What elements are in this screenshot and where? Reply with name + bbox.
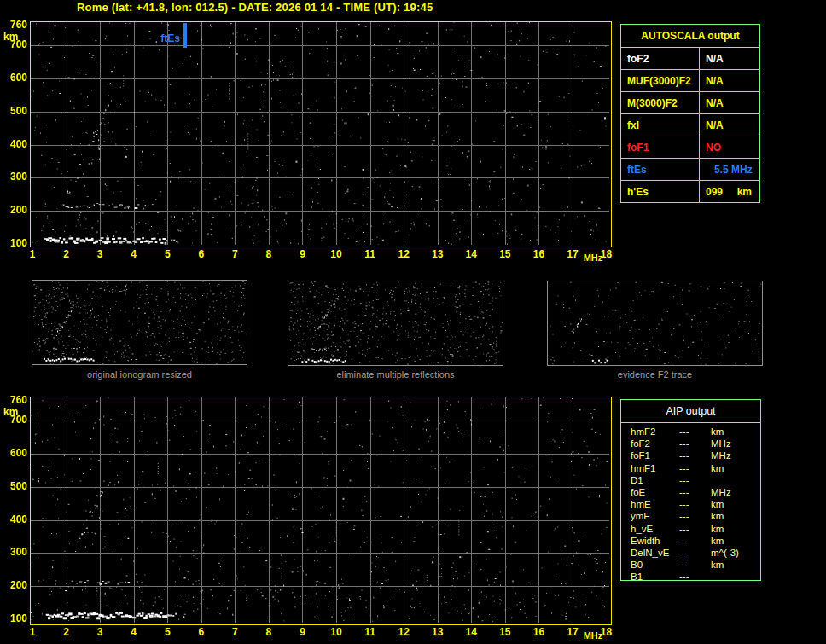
aip-table-row: ymE---km bbox=[631, 510, 760, 522]
thumbnail-label-eliminate: eliminate multiple reflections bbox=[288, 369, 503, 380]
parameter-value: N/A bbox=[700, 92, 759, 113]
x-tick-label: 9 bbox=[293, 627, 311, 637]
x-tick-label: 11 bbox=[361, 249, 380, 259]
x-tick-label: 14 bbox=[462, 627, 480, 637]
x-tick-label: 7 bbox=[225, 249, 244, 259]
aip-table-row: B0---km bbox=[631, 559, 760, 571]
aip-unit: MHz bbox=[711, 438, 760, 450]
x-tick-label: 12 bbox=[394, 249, 413, 259]
aip-value: --- bbox=[679, 462, 711, 474]
x-tick-label: 2 bbox=[57, 627, 76, 637]
parameter-name: fxI bbox=[621, 114, 700, 136]
x-axis-unit-label: MHz bbox=[581, 631, 605, 641]
parameter-value: N/A bbox=[700, 114, 759, 136]
aip-label: ymE bbox=[631, 510, 679, 522]
x-tick-label: 17 bbox=[563, 249, 582, 259]
x-axis-unit-label: MHz bbox=[581, 253, 605, 263]
autoscala-window: Rome (lat: +41.8, lon: 012.5) - DATE: 20… bbox=[0, 0, 826, 644]
aip-unit: km bbox=[711, 510, 760, 522]
x-tick-label: 17 bbox=[563, 627, 582, 637]
autoscala-output-table: AUTOSCALA output foF2N/AMUF(3000)F2N/AM(… bbox=[620, 24, 760, 203]
aip-label: foE bbox=[631, 486, 679, 498]
x-tick-label: 3 bbox=[90, 249, 109, 259]
parameter-value: N/A bbox=[700, 48, 759, 69]
thumbnail-canvas-evidence bbox=[548, 281, 762, 365]
y-axis-unit-label: km bbox=[3, 407, 29, 417]
autoscala-table-row: foF1NO bbox=[621, 136, 759, 159]
aip-value: --- bbox=[679, 474, 711, 486]
parameter-value: NO bbox=[700, 136, 759, 158]
aip-value: --- bbox=[679, 486, 711, 498]
parameter-value: 099 km bbox=[700, 181, 759, 202]
x-tick-label: 8 bbox=[259, 249, 278, 259]
aip-label: B1 bbox=[631, 571, 679, 583]
thumbnail-canvas-eliminate bbox=[288, 281, 503, 365]
y-tick-label: 760 bbox=[0, 20, 27, 30]
y-tick-label: 200 bbox=[0, 205, 27, 215]
autoscala-table-row: MUF(3000)F2N/A bbox=[621, 70, 759, 92]
aip-label: D1 bbox=[631, 474, 679, 486]
aip-label: foF1 bbox=[631, 450, 679, 461]
y-axis-unit-label: km bbox=[3, 32, 29, 42]
x-tick-label: 13 bbox=[428, 249, 447, 259]
aip-value: --- bbox=[679, 547, 711, 559]
ftes-marker-line bbox=[183, 23, 187, 48]
x-tick-label: 15 bbox=[496, 249, 515, 259]
aip-value: --- bbox=[679, 535, 711, 547]
aip-label: foF2 bbox=[631, 438, 679, 450]
x-tick-label: 3 bbox=[90, 627, 109, 637]
x-tick-label: 1 bbox=[23, 249, 42, 259]
y-tick-label: 100 bbox=[0, 613, 27, 624]
parameter-name: M(3000)F2 bbox=[621, 92, 700, 113]
y-tick-label: 300 bbox=[0, 547, 27, 557]
ionogram-plot-aip bbox=[30, 397, 612, 625]
x-tick-label: 15 bbox=[496, 627, 515, 637]
x-tick-label: 5 bbox=[158, 627, 177, 637]
y-tick-label: 600 bbox=[0, 73, 27, 83]
x-tick-label: 10 bbox=[327, 249, 346, 259]
aip-label: h_vE bbox=[631, 523, 679, 535]
x-tick-label: 16 bbox=[529, 627, 548, 637]
thumbnail-original-ionogram bbox=[32, 280, 247, 365]
aip-value: --- bbox=[679, 426, 711, 438]
aip-unit: m^(-3) bbox=[711, 547, 760, 559]
aip-table-row: h_vE---km bbox=[631, 523, 760, 535]
thumbnail-label-evidence: evidence F2 trace bbox=[547, 369, 763, 380]
x-tick-label: 1 bbox=[23, 627, 42, 637]
parameter-value: 5.5 MHz bbox=[700, 159, 759, 180]
ionogram-plot-main: ftEs bbox=[30, 21, 612, 247]
aip-table-row: Ewidth---km bbox=[631, 535, 760, 547]
x-tick-label: 16 bbox=[529, 249, 548, 259]
x-tick-label: 6 bbox=[192, 627, 211, 637]
aip-unit: km bbox=[711, 462, 760, 474]
aip-table-row: hmE---km bbox=[631, 498, 760, 510]
autoscala-table-rows: foF2N/AMUF(3000)F2N/AM(3000)F2N/AfxIN/Af… bbox=[621, 48, 759, 202]
x-tick-label: 2 bbox=[57, 249, 76, 259]
aip-table-row: B1--- bbox=[631, 571, 760, 583]
x-tick-label: 4 bbox=[125, 627, 143, 637]
parameter-name: h'Es bbox=[621, 181, 700, 202]
autoscala-table-row: M(3000)F2N/A bbox=[621, 92, 759, 114]
autoscala-table-row: foF2N/A bbox=[621, 48, 759, 70]
aip-unit: MHz bbox=[711, 450, 760, 461]
autoscala-table-row: ftEs 5.5 MHz bbox=[621, 159, 759, 181]
aip-value: --- bbox=[679, 510, 711, 522]
x-tick-label: 13 bbox=[428, 627, 447, 637]
aip-output-table: AIP output hmF2---kmfoF2---MHzfoF1---MHz… bbox=[620, 399, 761, 581]
aip-label: DelN_vE bbox=[631, 547, 679, 559]
aip-table-row: foF1---MHz bbox=[631, 450, 760, 461]
parameter-name: foF2 bbox=[621, 48, 700, 69]
y-tick-label: 400 bbox=[0, 514, 27, 525]
aip-unit: km bbox=[711, 559, 760, 571]
thumbnail-label-original: original ionogram resized bbox=[32, 369, 247, 380]
aip-label: hmF2 bbox=[631, 426, 679, 438]
autoscala-table-row: h'Es099 km bbox=[621, 181, 759, 202]
aip-label: B0 bbox=[631, 559, 679, 571]
thumbnail-eliminate-reflections bbox=[288, 281, 503, 366]
thumbnail-evidence-f2 bbox=[547, 281, 763, 366]
y-tick-label: 400 bbox=[0, 139, 27, 149]
aip-unit: MHz bbox=[711, 486, 760, 498]
aip-table-row: foF2---MHz bbox=[631, 438, 760, 450]
aip-value: --- bbox=[679, 571, 711, 583]
parameter-name: ftEs bbox=[621, 159, 700, 180]
